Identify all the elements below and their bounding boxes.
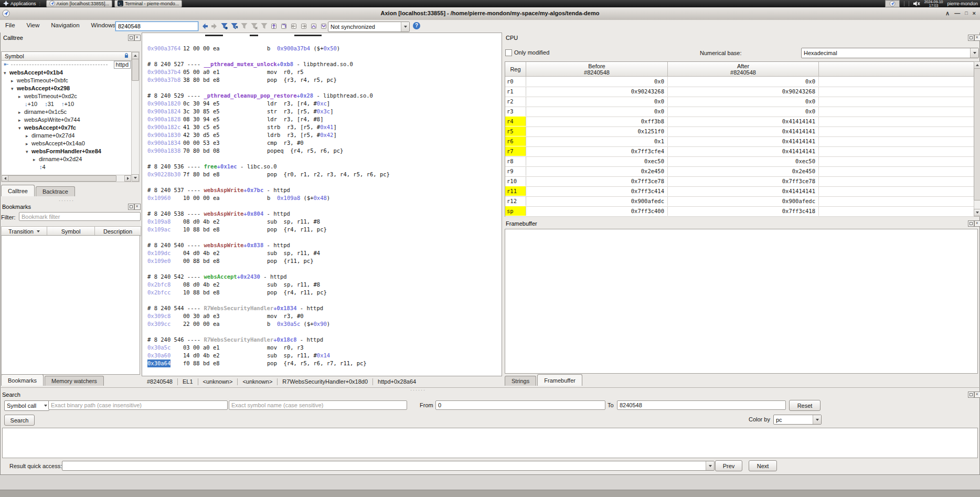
scroll-down-icon[interactable] — [974, 209, 980, 216]
search-mode-combo[interactable]: Symbol call — [4, 400, 49, 411]
register-row-r5[interactable]: r50x1251f00x41414141 — [505, 126, 974, 137]
register-row-r3[interactable]: r30x00x0 — [505, 107, 974, 117]
expand-icon[interactable]: ▸ — [18, 109, 24, 117]
calltree-item[interactable]: ▸websAccept+0x14a0 — [26, 140, 85, 147]
splitter-handle[interactable]: ······ — [410, 387, 426, 393]
search-close-icon[interactable] — [974, 392, 980, 398]
framebuffer-close-icon[interactable] — [974, 220, 980, 227]
disasm-line[interactable]: 0x900a183870 80 bd 08popeq {r4, r5, r6, … — [142, 147, 502, 155]
disasm-line[interactable]: 0x900a37b838 80 bd e8pop {r3, r4, r5, pc… — [142, 76, 502, 84]
calltree-column-header[interactable]: Symbol — [2, 52, 132, 61]
calltree-binary-row[interactable]: ⇤ httpd — [2, 61, 132, 69]
register-row-r6[interactable]: r60x10x41414141 — [505, 136, 974, 147]
collapse-icon[interactable]: ▾ — [11, 85, 17, 93]
tab-bookmarks[interactable]: Bookmarks — [1, 374, 44, 386]
close-button[interactable]: × — [973, 9, 976, 17]
register-row-r7[interactable]: r70x7ff3cfe40x41414141 — [505, 146, 974, 157]
pin-icon[interactable] — [124, 53, 129, 59]
tab-calltree[interactable]: Calltree — [1, 185, 35, 196]
calltree-counts-row[interactable]: ↕4 — [39, 163, 53, 171]
menu-file[interactable]: File — [5, 22, 15, 28]
scroll-up-icon[interactable] — [974, 61, 980, 69]
disasm-header[interactable]: # 8 240 537 ---- websAspWrite+0x7bc - ht… — [142, 186, 502, 194]
disasm-line[interactable]: 0x109ac10 88 bd e8pop {r4, r11, pc} — [142, 226, 502, 234]
scroll-up-icon[interactable] — [132, 52, 139, 59]
register-row-r1[interactable]: r10x902432680x90243268 — [505, 87, 974, 97]
binary-path-input[interactable] — [48, 400, 228, 410]
filter-clear-icon[interactable] — [250, 22, 259, 30]
taskbar-window-terminal[interactable]: ›_Terminal - pierre-mondo... — [114, 0, 182, 7]
expand-icon[interactable]: ▸ — [26, 140, 31, 148]
bookmarks-table-body[interactable] — [1, 235, 140, 375]
menu-navigation[interactable]: Navigation — [51, 22, 79, 28]
page-up-icon[interactable] — [270, 22, 279, 30]
disasm-header[interactable]: # 8 240 529 ---- _pthread_cleanup_pop_re… — [142, 92, 502, 100]
calltree-item[interactable]: ▸dirname+0x27d4 — [26, 132, 74, 140]
expand-icon[interactable]: ▸ — [33, 156, 39, 164]
disassembly-view[interactable]: 0x900a376412 00 00 eab 0x900a37b4 ($+0x5… — [142, 33, 502, 376]
disasm-line[interactable]: 0x90228b307f 80 bd e8pop {r0, r1, r2, r3… — [142, 171, 502, 178]
shade-button[interactable]: ∧ — [945, 9, 950, 17]
calltree-hthumb[interactable] — [8, 175, 116, 182]
search-float-icon[interactable] — [968, 392, 974, 398]
disasm-line[interactable]: 0x900a183400 00 53 e3cmp r3, #0 — [142, 139, 502, 147]
register-row-sp[interactable]: sp0x7ff3c4000x7ff3c418 — [505, 206, 974, 217]
disasm-line[interactable]: 0x900a183042 30 d5 e5ldrb r3, [r5, #0x42… — [142, 131, 502, 139]
disasm-line[interactable]: 0x2bfcc10 88 bd e8pop {r4, r11, pc} — [142, 289, 502, 297]
axion-tray-icon[interactable] — [885, 0, 900, 7]
calltree-counts-row[interactable]: ↓+10↕31↑+10 — [25, 100, 81, 108]
expand-icon[interactable]: ▸ — [18, 117, 24, 124]
bookmark-filter-input[interactable] — [19, 212, 141, 221]
register-row-r0[interactable]: r00x00x0 — [505, 77, 974, 87]
collapse-icon[interactable]: ▾ — [26, 148, 31, 156]
disasm-header[interactable]: # 8 240 538 ---- websAspWrite+0x804 - ht… — [142, 210, 502, 218]
maximize-button[interactable]: □ — [965, 9, 967, 17]
bookmarks-float-icon[interactable] — [128, 204, 134, 210]
calltree-item[interactable]: ▸websTimeout+0xd2c — [18, 92, 77, 100]
from-input[interactable] — [435, 400, 605, 410]
disasm-header[interactable]: # 8 240 540 ---- websAspWrite+0x838 - ht… — [142, 241, 502, 249]
minimize-button[interactable]: — — [954, 9, 960, 17]
cpu-float-icon[interactable] — [968, 35, 974, 41]
filter-jump-icon[interactable] — [230, 22, 239, 30]
calltree-item[interactable]: ▾websFormHandler+0xe84 — [26, 147, 101, 155]
before-column-header[interactable]: Before#8240548 — [526, 62, 668, 77]
filter-up-icon[interactable] — [240, 22, 249, 30]
register-row-r2[interactable]: r20x00x0 — [505, 97, 974, 107]
register-row-r4[interactable]: r40xff3b80x41414141 — [505, 117, 974, 127]
search-results[interactable] — [2, 428, 978, 458]
tab-strings[interactable]: Strings — [505, 376, 536, 386]
disasm-line[interactable]: 0x109a808 d0 4b e2sub sp, r11, #8 — [142, 218, 502, 226]
menu-windows[interactable]: Windows — [91, 22, 116, 28]
frame-up-icon[interactable] — [310, 22, 318, 30]
disasm-line[interactable]: 0x900a376412 00 00 eab 0x900a37b4 ($+0x5… — [142, 45, 502, 52]
window-next-icon[interactable] — [300, 22, 308, 30]
reg-column-header[interactable]: Reg — [505, 62, 526, 77]
filter-down-icon[interactable] — [260, 22, 269, 30]
tab-memory-watchers[interactable]: Memory watchers — [45, 376, 104, 386]
sync-status-combo[interactable]: Not synchronized — [328, 22, 410, 32]
frame-down-icon[interactable] — [319, 22, 328, 30]
color-by-combo[interactable]: pc — [773, 415, 822, 425]
bookmarks-close-icon[interactable] — [134, 204, 141, 210]
calltree-item[interactable]: ▾websAccept+0x1b4 — [4, 69, 63, 77]
disasm-line[interactable]: 0x2bfc808 d0 4b e2sub sp, r11, #8 — [142, 281, 502, 289]
symbol-name-input[interactable] — [229, 400, 407, 410]
disasm-line[interactable]: 0x30a6014 d0 4b e2sub sp, r11, #0x14 — [142, 352, 502, 359]
collapse-icon[interactable]: ▾ — [18, 124, 24, 132]
disasm-line[interactable]: 0x900a182c41 30 c5 e5strb r3, [r5, #0x41… — [142, 123, 502, 131]
disasm-line[interactable]: 0x30a64f0 88 bd e8pop {r4, r5, r6, r7, r… — [142, 359, 502, 367]
numerical-base-combo[interactable]: Hexadecimal — [801, 48, 979, 58]
calltree-float-icon[interactable] — [128, 35, 134, 41]
calltree-vthumb[interactable] — [132, 59, 139, 81]
cpu-close-icon[interactable] — [974, 35, 980, 41]
calltree-item[interactable]: ▸websAspWrite+0x744 — [18, 116, 80, 124]
disasm-line[interactable]: 0x900a37b405 00 a0 e1mov r0, r5 — [142, 68, 502, 76]
scroll-down-icon[interactable] — [132, 174, 139, 182]
calltree-close-icon[interactable] — [134, 35, 141, 41]
cpu-vthumb[interactable] — [974, 68, 980, 200]
tab-backtrace[interactable]: Backtrace — [36, 186, 75, 196]
expand-icon[interactable]: ▸ — [26, 132, 31, 140]
menu-view[interactable]: View — [27, 22, 40, 28]
scroll-right-icon[interactable] — [124, 175, 131, 182]
